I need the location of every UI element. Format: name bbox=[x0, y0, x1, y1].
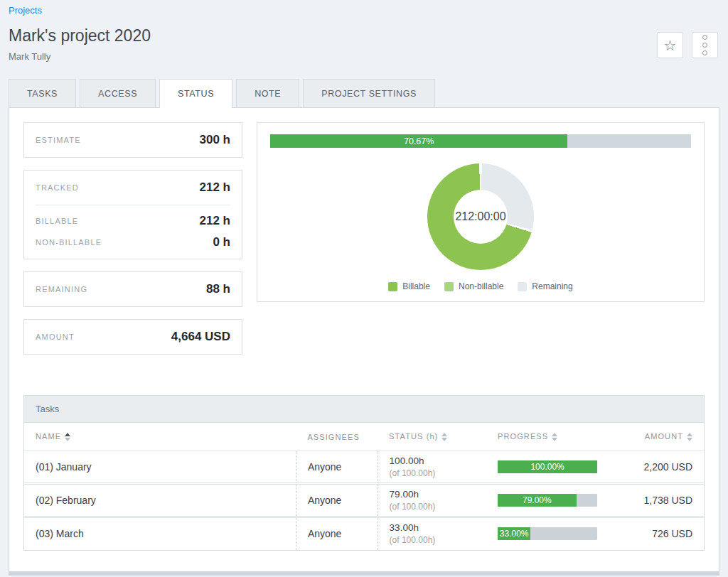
sort-asc-icon bbox=[65, 433, 70, 441]
column-label: NAME bbox=[36, 432, 61, 441]
status-hours: 33.00h bbox=[390, 522, 475, 533]
status-hours: 79.00h bbox=[390, 489, 475, 500]
status-tab-panel: ESTIMATE 300 h TRACKED 212 h BILLABLE 21… bbox=[9, 107, 719, 576]
billable-value: 212 h bbox=[200, 214, 230, 228]
task-progress-fill: 79.00% bbox=[498, 494, 577, 507]
column-header-progress[interactable]: PROGRESS bbox=[486, 423, 602, 451]
status-of-hours: (of 100.00h) bbox=[390, 468, 475, 478]
task-progress-cell: 79.00% bbox=[486, 484, 602, 517]
donut-legend: Billable Non-billable Remaining bbox=[270, 281, 691, 291]
estimate-progress-fill: 70.67% bbox=[270, 134, 567, 148]
amount-value: 4,664 USD bbox=[171, 330, 230, 344]
tab-label: TASKS bbox=[27, 89, 58, 99]
task-assignees: Anyone bbox=[296, 517, 378, 550]
remaining-card: REMAINING 88 h bbox=[23, 271, 242, 307]
header-actions: ☆ bbox=[657, 32, 718, 58]
remaining-swatch-icon bbox=[518, 282, 527, 291]
task-progress-label: 79.00% bbox=[523, 495, 552, 505]
title-block: Mark's project 2020 Mark Tully bbox=[9, 26, 151, 62]
task-name: (02) February bbox=[24, 484, 296, 517]
tab-label: NOTE bbox=[255, 89, 281, 99]
task-progress-bar: 33.00% bbox=[498, 527, 597, 540]
sort-icon bbox=[552, 433, 557, 441]
remaining-label: REMAINING bbox=[36, 285, 87, 293]
more-options-button[interactable] bbox=[692, 32, 718, 58]
star-icon: ☆ bbox=[664, 38, 677, 53]
page-subtitle: Mark Tully bbox=[9, 51, 151, 62]
task-status: 79.00h (of 100.00h) bbox=[378, 484, 486, 517]
legend-label: Billable bbox=[402, 281, 430, 291]
estimate-progress-bar: 70.67% bbox=[270, 134, 691, 148]
column-label: AMOUNT bbox=[645, 432, 683, 441]
task-progress-cell: 33.00% bbox=[486, 517, 602, 550]
donut-hole: 212:00:00 bbox=[454, 190, 508, 244]
task-progress-cell: 100.00% bbox=[486, 451, 602, 484]
sort-icon bbox=[687, 433, 692, 441]
tracked-time-donut-chart: 212:00:00 bbox=[427, 163, 534, 270]
donut-center-label: 212:00:00 bbox=[455, 210, 505, 223]
task-amount: 726 USD bbox=[602, 517, 704, 550]
task-progress-fill: 100.00% bbox=[498, 460, 597, 473]
tasks-table-title: Tasks bbox=[24, 396, 704, 423]
tab-label: ACCESS bbox=[98, 89, 137, 99]
column-header-amount[interactable]: AMOUNT bbox=[602, 423, 704, 451]
legend-item-non-billable[interactable]: Non-billable bbox=[444, 281, 503, 291]
status-of-hours: (of 100.00h) bbox=[390, 535, 475, 545]
estimate-label: ESTIMATE bbox=[36, 136, 81, 144]
estimate-card: ESTIMATE 300 h bbox=[23, 122, 242, 158]
task-amount: 1,738 USD bbox=[602, 484, 704, 517]
tab-access[interactable]: ACCESS bbox=[80, 79, 156, 107]
billable-swatch-icon bbox=[388, 282, 397, 291]
tab-tasks[interactable]: TASKS bbox=[9, 79, 76, 107]
table-row-march[interactable]: (03) March Anyone 33.00h (of 100.00h) 33… bbox=[24, 517, 704, 550]
tab-status[interactable]: STATUS bbox=[159, 79, 232, 107]
task-name: (03) March bbox=[24, 517, 296, 550]
column-label: PROGRESS bbox=[498, 432, 548, 441]
amount-card: AMOUNT 4,664 USD bbox=[23, 319, 242, 355]
column-header-assignees: ASSIGNEES bbox=[296, 423, 378, 451]
tab-label: PROJECT SETTINGS bbox=[321, 89, 417, 99]
table-header-row: NAME ASSIGNEES STATUS (h) PROGRESS AMOUN bbox=[24, 423, 704, 451]
non-billable-value: 0 h bbox=[213, 235, 230, 249]
task-assignees: Anyone bbox=[296, 484, 378, 517]
legend-label: Non-billable bbox=[459, 281, 503, 291]
amount-label: AMOUNT bbox=[36, 333, 75, 341]
non-billable-swatch-icon bbox=[444, 282, 454, 291]
task-assignees: Anyone bbox=[296, 451, 378, 484]
tracked-value: 212 h bbox=[200, 180, 230, 195]
estimate-value: 300 h bbox=[200, 133, 230, 147]
remaining-value: 88 h bbox=[206, 282, 230, 296]
legend-item-billable[interactable]: Billable bbox=[388, 281, 430, 291]
column-label: ASSIGNEES bbox=[307, 433, 359, 441]
task-progress-label: 100.00% bbox=[530, 462, 564, 472]
status-of-hours: (of 100.00h) bbox=[390, 502, 475, 512]
status-hours: 100.00h bbox=[390, 455, 475, 466]
column-label: STATUS (h) bbox=[389, 432, 438, 441]
table-row-february[interactable]: (02) February Anyone 79.00h (of 100.00h)… bbox=[24, 484, 704, 517]
task-status: 33.00h (of 100.00h) bbox=[378, 517, 486, 550]
estimate-progress-label: 70.67% bbox=[404, 136, 434, 146]
column-header-status[interactable]: STATUS (h) bbox=[378, 423, 486, 451]
legend-label: Remaining bbox=[532, 281, 572, 291]
billable-label: BILLABLE bbox=[36, 217, 78, 225]
breadcrumb-projects-link[interactable]: Projects bbox=[9, 5, 42, 16]
tab-note[interactable]: NOTE bbox=[236, 79, 299, 107]
favorite-button[interactable]: ☆ bbox=[657, 32, 683, 58]
page: Projects Mark's project 2020 Mark Tully … bbox=[0, 0, 728, 577]
page-title: Mark's project 2020 bbox=[9, 26, 151, 45]
tasks-table-card: Tasks NAME ASSIGNEES STATUS (h) bbox=[23, 395, 705, 551]
column-header-name[interactable]: NAME bbox=[24, 423, 296, 451]
table-row-january[interactable]: (01) January Anyone 100.00h (of 100.00h)… bbox=[24, 451, 704, 484]
task-amount: 2,200 USD bbox=[602, 451, 704, 484]
tab-project-settings[interactable]: PROJECT SETTINGS bbox=[303, 79, 435, 107]
tab-label: STATUS bbox=[178, 89, 214, 99]
legend-item-remaining[interactable]: Remaining bbox=[518, 281, 572, 291]
sort-icon bbox=[441, 433, 447, 441]
task-progress-bar: 79.00% bbox=[498, 494, 597, 507]
task-progress-fill: 33.00% bbox=[498, 527, 530, 540]
kebab-menu-icon bbox=[702, 35, 707, 55]
charts-card: 70.67% 212:00:00 Billable bbox=[257, 122, 705, 302]
non-billable-label: NON-BILLABLE bbox=[36, 238, 102, 247]
page-header: Mark's project 2020 Mark Tully ☆ bbox=[9, 26, 719, 62]
tracked-label: TRACKED bbox=[36, 183, 79, 192]
